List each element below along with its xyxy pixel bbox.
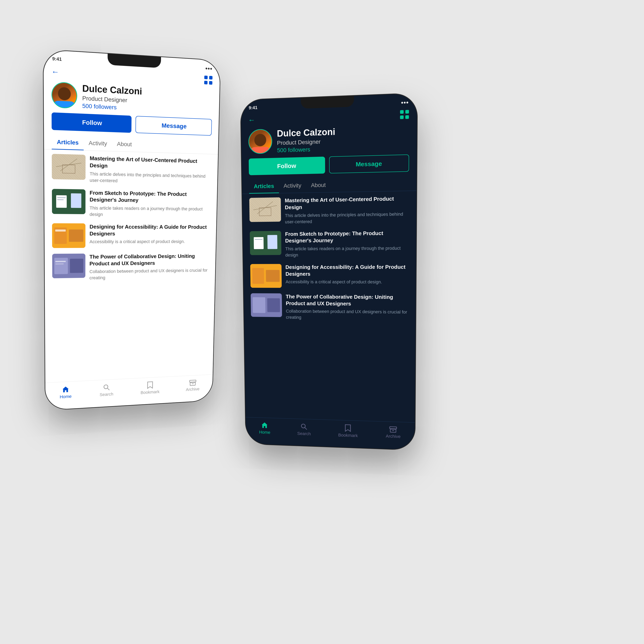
svg-marker-42: [345, 425, 351, 431]
tab-activity[interactable]: Activity: [279, 179, 306, 193]
power-button[interactable]: [218, 126, 220, 150]
grid-dot-4: [209, 81, 213, 85]
avatar-head: [254, 134, 266, 146]
grid-menu-icon[interactable]: [204, 75, 213, 85]
follow-button[interactable]: Follow: [249, 157, 325, 175]
grid-dot-2: [405, 110, 409, 114]
grid-menu-icon[interactable]: [400, 110, 409, 120]
nav-search[interactable]: Search: [297, 423, 311, 436]
article-thumbnail: [249, 197, 281, 222]
grid-dot-2: [209, 76, 213, 79]
svg-point-40: [301, 424, 305, 428]
svg-rect-12: [69, 229, 83, 242]
article-info: Mastering the Art of User-Centered Produ…: [90, 155, 211, 186]
nav-search[interactable]: Search: [100, 383, 114, 397]
articles-list: Mastering the Art of User-Centered Produ…: [242, 191, 416, 331]
svg-rect-17: [55, 263, 64, 264]
nav-bookmark-label: Bookmark: [338, 432, 358, 438]
article-description: Collaboration between product and UX des…: [89, 267, 208, 281]
svg-rect-0: [52, 154, 86, 180]
svg-line-1: [56, 162, 81, 167]
articles-list: Mastering the Art of User-Centered Produ…: [44, 150, 218, 292]
avatar-shirt: [251, 147, 270, 153]
volume-down-button[interactable]: [241, 178, 242, 194]
profile-info: Dulce Calzoni Product Designer 500 follo…: [277, 124, 409, 154]
tab-articles[interactable]: Articles: [52, 135, 84, 151]
article-item[interactable]: From Sketch to Prototype: The Product De…: [250, 230, 409, 259]
nav-archive[interactable]: Archive: [386, 426, 401, 439]
svg-rect-11: [55, 229, 66, 231]
svg-line-41: [305, 427, 307, 429]
article-description: This article delves into the principles …: [285, 211, 409, 225]
article-title: Mastering the Art of User-Centered Produ…: [90, 155, 211, 172]
avatar: [52, 82, 77, 109]
svg-point-19: [104, 385, 108, 389]
profile-section: Dulce Calzoni Product Designer 500 follo…: [241, 122, 417, 159]
light-screen: 9:41 ●●● ←: [43, 50, 220, 410]
article-info: Designing for Accessibility: A Guide for…: [285, 264, 409, 285]
tab-articles[interactable]: Articles: [249, 180, 279, 194]
article-info: The Power of Collaborative Design: Uniti…: [286, 293, 408, 322]
article-description: Accessibility is a critical aspect of pr…: [286, 279, 408, 285]
profile-info: Dulce Calzoni Product Designer 500 follo…: [82, 83, 213, 115]
svg-line-26: [253, 206, 277, 210]
nav-archive[interactable]: Archive: [186, 379, 200, 392]
tab-activity[interactable]: Activity: [84, 136, 112, 151]
tab-about[interactable]: About: [112, 137, 137, 152]
volume-up-button[interactable]: [241, 158, 241, 174]
svg-rect-25: [249, 197, 281, 222]
article-info: The Power of Collaborative Design: Uniti…: [89, 253, 209, 281]
article-title: Mastering the Art of User-Centered Produ…: [285, 195, 409, 211]
svg-rect-3: [62, 165, 75, 173]
nav-bookmark[interactable]: Bookmark: [338, 424, 358, 438]
article-description: This article takes readers on a journey …: [90, 205, 210, 218]
avatar-image: [249, 129, 272, 153]
avatar-shirt: [54, 101, 75, 108]
bottom-nav: Home Search Bookmark: [246, 417, 415, 450]
back-button[interactable]: ←: [51, 67, 59, 77]
svg-rect-7: [57, 197, 66, 198]
svg-rect-14: [54, 258, 68, 274]
article-title: Designing for Accessibility: A Guide for…: [285, 264, 409, 278]
svg-rect-5: [56, 195, 67, 208]
svg-rect-28: [259, 208, 271, 216]
grid-dot-1: [400, 110, 404, 114]
message-button[interactable]: Message: [135, 116, 212, 136]
nav-bookmark[interactable]: Bookmark: [140, 381, 160, 395]
svg-line-20: [107, 388, 109, 390]
svg-rect-37: [253, 297, 265, 313]
svg-rect-16: [55, 261, 66, 262]
phone-dark: 9:41 ●●● ←: [241, 93, 417, 450]
article-item[interactable]: Designing for Accessibility: A Guide for…: [250, 264, 408, 288]
article-thumbnail: [52, 189, 86, 214]
article-item[interactable]: Designing for Accessibility: A Guide for…: [52, 223, 210, 248]
nav-home[interactable]: Home: [60, 386, 71, 399]
follow-button[interactable]: Follow: [52, 112, 131, 133]
article-thumbnail: [250, 264, 282, 288]
svg-rect-8: [57, 199, 63, 200]
back-button[interactable]: ←: [248, 116, 255, 124]
power-button[interactable]: [417, 161, 417, 187]
notch: [301, 96, 354, 109]
nav-search-label: Search: [297, 431, 311, 436]
article-item[interactable]: Mastering the Art of User-Centered Produ…: [249, 195, 409, 226]
message-button[interactable]: Message: [329, 155, 409, 174]
grid-dot-4: [405, 115, 409, 119]
svg-line-27: [257, 202, 273, 214]
article-item[interactable]: The Power of Collaborative Design: Uniti…: [251, 293, 408, 322]
svg-marker-18: [63, 386, 69, 392]
article-item[interactable]: Mastering the Art of User-Centered Produ…: [52, 154, 211, 186]
nav-archive-label: Archive: [386, 433, 401, 439]
nav-home[interactable]: Home: [259, 422, 270, 435]
article-item[interactable]: The Power of Collaborative Design: Uniti…: [52, 253, 209, 282]
volume-down-button[interactable]: [43, 132, 44, 149]
article-description: This article takes readers on a journey …: [285, 245, 409, 258]
phone-light: 9:41 ●●● ←: [43, 50, 220, 410]
article-info: From Sketch to Prototype: The Product De…: [285, 230, 409, 258]
article-thumbnail: [250, 231, 281, 255]
action-buttons: Follow Message: [241, 154, 417, 180]
article-item[interactable]: From Sketch to Prototype: The Product De…: [52, 189, 210, 218]
svg-line-2: [60, 158, 77, 171]
article-info: Designing for Accessibility: A Guide for…: [90, 223, 210, 245]
tab-about[interactable]: About: [306, 179, 331, 193]
